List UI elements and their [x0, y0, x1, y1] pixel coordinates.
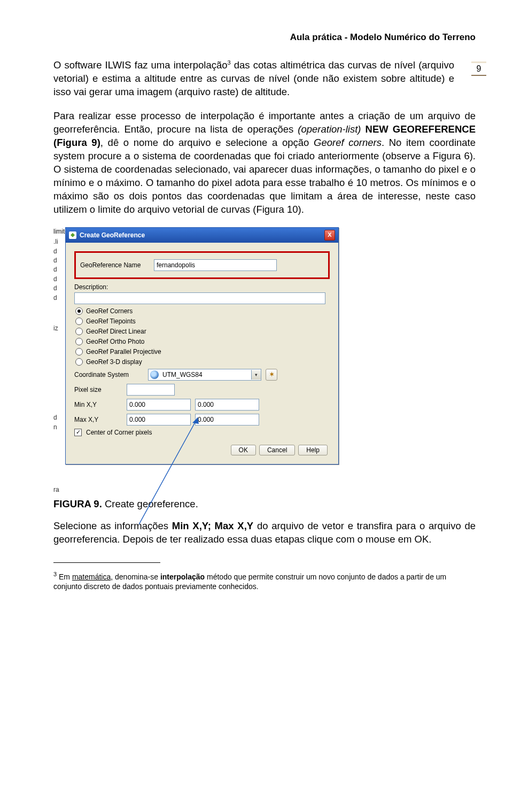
text-bold: interpolação: [160, 573, 205, 581]
bg-text: d: [53, 413, 65, 422]
radio-georef-corners[interactable]: GeoRef Corners: [75, 307, 330, 315]
georef-name-label: GeoReference Name: [80, 261, 150, 269]
dialog-title: Create GeoReference: [80, 231, 145, 239]
text-underline: matemática: [72, 573, 111, 581]
figure-9: limite flowdirection .li d d d d d d iz …: [53, 227, 476, 495]
radio-icon: [75, 318, 83, 325]
radio-label: GeoRef Tiepoints: [86, 318, 136, 325]
text-italic: (operation-list): [298, 123, 361, 135]
description-input[interactable]: [74, 292, 325, 304]
radio-georef-parallel-projective[interactable]: GeoRef Parallel Projective: [75, 348, 330, 355]
bg-text: d: [53, 247, 65, 256]
footnote-separator: [53, 562, 160, 563]
checkbox-icon: ✓: [74, 429, 82, 436]
radio-icon: [75, 328, 83, 335]
description-label: Description:: [74, 283, 144, 291]
bg-text: d: [53, 284, 65, 293]
coord-system-dropdown[interactable]: UTM_WGS84 ▾: [148, 369, 261, 381]
radio-icon: [75, 348, 83, 355]
radio-label: GeoRef Corners: [86, 307, 133, 315]
bg-text: d: [53, 275, 65, 284]
pixel-size-label: Pixel size: [74, 386, 122, 393]
georef-name-input[interactable]: [154, 259, 277, 271]
maxx-input[interactable]: [127, 414, 191, 426]
radio-icon: [75, 358, 83, 366]
maxxy-label: Max X,Y: [74, 416, 122, 423]
create-georeference-dialog: Create GeoReference X GeoReference Name …: [65, 227, 339, 465]
close-icon[interactable]: X: [324, 230, 335, 241]
ok-button[interactable]: OK: [231, 445, 256, 455]
radio-label: GeoRef Parallel Projective: [86, 348, 161, 355]
coord-system-value: UTM_WGS84: [160, 371, 251, 378]
minx-input[interactable]: [127, 399, 191, 411]
radio-georef-direct-linear[interactable]: GeoRef Direct Linear: [75, 328, 330, 335]
document-page: Aula prática - Modelo Numérico do Terren…: [0, 0, 513, 621]
page-header: Aula prática - Modelo Numérico do Terren…: [53, 32, 476, 43]
paragraph-3: Selecione as informações Min X,Y; Max X,…: [53, 520, 476, 546]
globe-icon: [150, 370, 159, 379]
bg-text: ra: [53, 485, 65, 494]
radio-georef-ortho-photo[interactable]: GeoRef Ortho Photo: [75, 338, 330, 345]
bg-text: d: [53, 293, 65, 303]
bg-text: iz: [53, 324, 65, 333]
checkbox-label: Center of Corner pixels: [86, 429, 152, 436]
chevron-down-icon: ▾: [251, 370, 261, 380]
bg-text: d: [53, 265, 65, 274]
text-bold: Min X,Y; Max X,Y: [172, 520, 253, 531]
center-corner-checkbox[interactable]: ✓ Center of Corner pixels: [74, 429, 330, 436]
radio-label: GeoRef Direct Linear: [86, 328, 146, 335]
highlight-name: GeoReference Name: [74, 251, 330, 279]
app-icon: [69, 231, 76, 239]
text: . No item coordinate system procure a o …: [53, 137, 476, 215]
text: , dê o nome do arquivo e selecione a opç…: [100, 137, 314, 148]
radio-georef-tiepoints[interactable]: GeoRef Tiepoints: [75, 318, 330, 325]
text-italic: Georef corners: [314, 137, 382, 148]
text: Em: [57, 573, 72, 581]
cancel-button[interactable]: Cancel: [259, 445, 295, 455]
minxy-label: Min X,Y: [74, 401, 122, 408]
radio-label: GeoRef Ortho Photo: [86, 338, 144, 345]
radio-label: GeoRef 3-D display: [86, 358, 142, 366]
radio-icon: [75, 307, 83, 315]
text: O software ILWIS faz uma interpolação: [53, 59, 228, 71]
pixel-size-input[interactable]: [127, 384, 175, 396]
help-button[interactable]: Help: [298, 445, 328, 455]
create-coord-button[interactable]: ✶: [266, 369, 277, 381]
footnote-3: 3 Em matemática, denomina-se interpolaçã…: [53, 570, 476, 592]
text: , denomina-se: [111, 573, 160, 581]
radio-icon: [75, 338, 83, 345]
bg-text: n: [53, 423, 65, 432]
caption-text: Create georeference.: [102, 498, 198, 509]
page-number: 9: [471, 61, 486, 76]
caption-label: FIGURA 9.: [53, 498, 102, 509]
background-list-fragment: limite flowdirection .li d d d d d d iz …: [53, 227, 65, 495]
bg-text: .li: [53, 237, 65, 246]
dialog-titlebar[interactable]: Create GeoReference X: [66, 228, 338, 243]
radio-georef-3d-display[interactable]: GeoRef 3-D display: [75, 358, 330, 366]
maxy-input[interactable]: [195, 414, 259, 426]
paragraph-1: O software ILWIS faz uma interpolação3 d…: [53, 59, 476, 99]
coord-system-label: Coordinate System: [74, 371, 144, 378]
bg-text: d: [53, 256, 65, 265]
figure-9-caption: FIGURA 9. Create georeference.: [53, 498, 476, 510]
text: Selecione as informações: [53, 520, 172, 531]
paragraph-2: Para realizar esse processo de interpola…: [53, 110, 476, 216]
miny-input[interactable]: [195, 399, 259, 411]
